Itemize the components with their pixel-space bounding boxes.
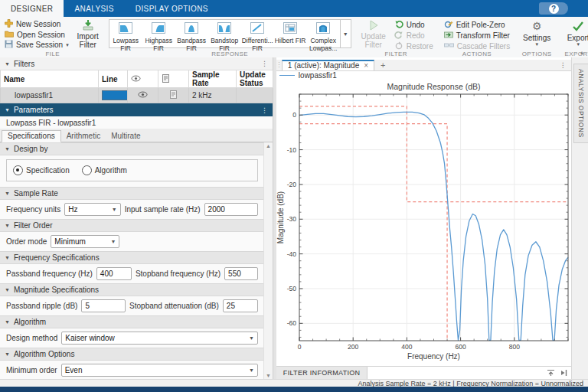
sample-rate-section-header[interactable]: ▼ Sample Rate: [0, 187, 264, 200]
expand-panel-icon[interactable]: [547, 366, 555, 380]
analysis-options-vertical-tab[interactable]: ANALYSIS OPTIONS: [573, 64, 588, 143]
response-item-label: Hilbert FIR: [275, 37, 306, 44]
frequency-specifications-section-header[interactable]: ▼ Frequency Specifications: [0, 251, 264, 264]
save-session-dropdown-icon[interactable]: ▾: [66, 43, 69, 47]
help-button[interactable]: ?: [539, 2, 568, 15]
transform-filter-button[interactable]: Transform Filter: [441, 31, 513, 41]
plot-menu-icon[interactable]: ⋮: [555, 60, 571, 70]
response-hilbert-fir[interactable]: Hilbert FIR: [274, 20, 307, 47]
response-highpass-fir[interactable]: Highpass FIR: [142, 20, 175, 47]
filter-visibility-cell[interactable]: [128, 88, 158, 103]
filter-annotation-cell[interactable]: [158, 88, 189, 103]
collapse-ribbon-icon[interactable]: ▴: [580, 49, 583, 56]
dock-panel-icon[interactable]: [560, 366, 567, 380]
save-session-button[interactable]: Save Session ▾: [2, 40, 72, 50]
tab-analysis[interactable]: ANALYSIS: [64, 0, 124, 17]
tab-designer[interactable]: DESIGNER: [0, 0, 64, 17]
response-bandpass-fir[interactable]: Bandpass FIR: [175, 20, 208, 47]
svg-text:-60: -60: [287, 319, 297, 327]
line-color-swatch[interactable]: [102, 90, 128, 100]
svg-text:400: 400: [401, 343, 412, 351]
col-update-status[interactable]: Update Status: [237, 70, 273, 88]
tab-specifications[interactable]: Specifications: [2, 130, 61, 142]
passband-ripple-field[interactable]: 5: [81, 299, 126, 312]
export-button[interactable]: Export ▾: [560, 18, 588, 49]
design-by-algorithm-radio[interactable]: Algorithm: [82, 165, 127, 175]
frequency-units-combo[interactable]: Hz ▼: [64, 203, 121, 216]
collapse-parameters-icon[interactable]: ▼: [5, 107, 10, 113]
tab-display-options[interactable]: DISPLAY OPTIONS: [125, 0, 219, 17]
passband-frequency-label: Passband frequency (Hz): [6, 270, 93, 278]
radio-unselected-icon[interactable]: [82, 165, 92, 175]
parameters-panel-header[interactable]: ▼ Parameters ⋮: [0, 103, 273, 116]
algorithm-options-section-header[interactable]: ▼ Algorithm Options: [0, 348, 264, 361]
col-annotation[interactable]: [158, 70, 189, 88]
tab-multirate[interactable]: Multirate: [106, 131, 145, 142]
col-line[interactable]: Line: [99, 70, 128, 88]
design-by-specification-radio[interactable]: Specification: [13, 165, 70, 175]
collapse-sample-rate-icon[interactable]: ▼: [5, 191, 10, 196]
response-gallery-dropdown-icon[interactable]: ▼: [340, 20, 351, 47]
new-plot-tab-button[interactable]: +: [374, 60, 391, 70]
scroll-up-icon[interactable]: ▲: [266, 143, 271, 149]
collapse-algorithm-icon[interactable]: ▼: [5, 319, 10, 325]
tab-designer-label: DESIGNER: [11, 5, 53, 13]
radio-selected-icon[interactable]: [13, 165, 23, 175]
export-group-label: EXPORT: [559, 51, 588, 57]
collapse-filters-icon[interactable]: ▼: [5, 61, 10, 67]
col-visibility[interactable]: [128, 70, 158, 88]
settings-dropdown-icon: ▾: [535, 42, 538, 47]
collapse-frequency-specs-icon[interactable]: ▼: [5, 255, 10, 260]
input-sample-rate-field[interactable]: 2000: [204, 203, 258, 216]
filter-order-section-header[interactable]: ▼ Filter Order: [0, 219, 264, 232]
response-bandstop-fir[interactable]: Bandstop FIR: [208, 20, 241, 47]
filters-menu-icon[interactable]: ⋮: [261, 60, 268, 67]
minimum-order-combo[interactable]: Even ▼: [61, 364, 258, 377]
parameters-menu-icon[interactable]: ⋮: [261, 106, 268, 114]
drag-handle-icon[interactable]: ⋮: [276, 60, 282, 70]
filter-update-status-cell[interactable]: [237, 88, 273, 103]
filter-sample-rate-cell[interactable]: 2 kHz: [189, 88, 237, 103]
redo-button[interactable]: Redo: [391, 31, 436, 41]
options-group-label: OPTIONS: [516, 51, 557, 57]
tab-arithmetic[interactable]: Arithmetic: [61, 131, 106, 142]
close-tab-icon[interactable]: ×: [364, 61, 368, 70]
col-name[interactable]: Name: [1, 70, 99, 88]
undo-button[interactable]: Undo: [391, 20, 436, 30]
algorithm-section-header[interactable]: ▼ Algorithm: [0, 315, 264, 328]
collapse-algorithm-options-icon[interactable]: ▼: [5, 351, 10, 357]
svg-text:Frequency (Hz): Frequency (Hz): [407, 352, 460, 361]
filter-information-tab[interactable]: FILTER INFORMATION: [276, 367, 368, 379]
algorithm-title: Algorithm: [14, 318, 46, 326]
passband-frequency-field[interactable]: 400: [96, 267, 132, 280]
new-session-button[interactable]: New Session: [2, 19, 72, 29]
response-lowpass-fir[interactable]: Lowpass FIR: [109, 20, 142, 47]
filter-table-row[interactable]: lowpassfir1 2 kHz: [1, 88, 273, 103]
filters-panel-header[interactable]: ▼ Filters ⋮: [0, 57, 273, 70]
collapse-design-by-icon[interactable]: ▼: [5, 146, 10, 152]
design-method-combo[interactable]: Kaiser window ▼: [61, 332, 258, 345]
settings-button[interactable]: ⚙ Settings ▾: [518, 18, 556, 49]
response-differentiator-fir[interactable]: Differenti... FIR: [241, 20, 274, 47]
response-gallery: Lowpass FIR Highpass FIR Bandpass FIR Ba…: [109, 19, 351, 48]
magnitude-specifications-section-header[interactable]: ▼ Magnitude Specifications: [0, 283, 264, 296]
scroll-down-icon[interactable]: ▼: [266, 373, 271, 378]
update-filter-button[interactable]: Update Filter: [356, 18, 391, 49]
response-complex-lowpass[interactable]: Complex Lowpas...: [307, 20, 340, 47]
magnitude-response-chart[interactable]: 02004006008000-10-20-30-40-50-60Magnitud…: [276, 80, 571, 363]
order-mode-combo[interactable]: Minimum ▼: [51, 235, 119, 248]
magnitude-plot-tab[interactable]: 1 (active): Magnitude ×: [282, 60, 374, 70]
design-by-section-header[interactable]: ▼ Design by: [0, 142, 264, 155]
import-filter-button[interactable]: Import Filter: [72, 18, 104, 49]
open-session-button[interactable]: Open Session: [2, 30, 72, 39]
col-sample-rate[interactable]: Sample Rate: [189, 70, 237, 88]
collapse-filter-order-icon[interactable]: ▼: [5, 223, 10, 228]
parameters-scrollbar[interactable]: ▲ ▼: [263, 142, 273, 379]
collapse-magnitude-specs-icon[interactable]: ▼: [5, 287, 10, 292]
stopband-attenuation-field[interactable]: 25: [223, 299, 258, 312]
filter-line-cell[interactable]: [99, 88, 128, 103]
filter-name-cell[interactable]: lowpassfir1: [1, 88, 99, 103]
stopband-frequency-field[interactable]: 550: [224, 267, 258, 280]
chart-area[interactable]: 02004006008000-10-20-30-40-50-60Magnitud…: [276, 80, 571, 366]
edit-pole-zero-button[interactable]: Edit Pole-Zero: [441, 20, 513, 30]
